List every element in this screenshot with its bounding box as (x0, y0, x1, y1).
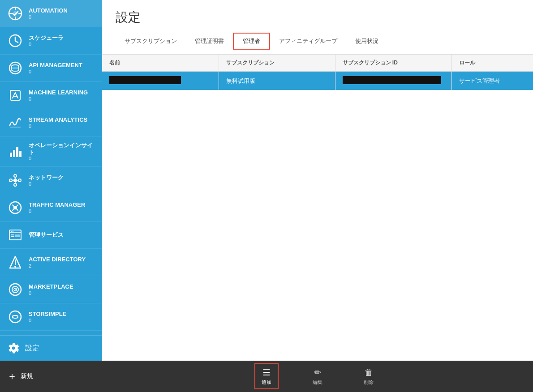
sidebar-item-stream-analytics[interactable]: STREAM ANALYTICS 0 (0, 109, 102, 136)
api-management-icon (7, 60, 23, 76)
svg-rect-21 (15, 234, 20, 237)
sidebar-item-marketplace-label: MARKETPLACE (29, 283, 73, 290)
tab-bar: サブスクリプション 管理証明書 管理者 アフィニティグループ 使用状況 (116, 33, 520, 50)
svg-point-24 (14, 266, 16, 268)
svg-point-12 (14, 175, 17, 177)
tab-subscription[interactable]: サブスクリプション (116, 33, 186, 50)
sidebar-item-operations-insight-count: 0 (29, 156, 95, 161)
new-button[interactable]: ＋ 新規 (7, 370, 33, 383)
sidebar-item-automation-count: 0 (29, 14, 68, 20)
machine-learning-icon (7, 87, 23, 103)
sidebar-item-automation-label: AUTOMATION (29, 7, 68, 14)
storsimple-icon (7, 309, 23, 325)
footer-sidebar: ＋ 新規 (0, 361, 102, 392)
admin-table: 名前 サブスクリプション サブスクリプション ID ロール 無料試用版 サービス… (102, 55, 533, 90)
add-button[interactable]: ☰ 追加 (254, 363, 279, 389)
svg-point-28 (9, 311, 21, 323)
delete-icon: 🗑 (364, 367, 373, 378)
footer-toolbar: ☰ 追加 ✏ 編集 🗑 削除 (102, 361, 533, 392)
sidebar-item-api-management-count: 0 (29, 69, 82, 74)
col-header-subscription: サブスクリプション (219, 55, 335, 72)
add-icon: ☰ (262, 367, 271, 378)
tab-affinity[interactable]: アフィニティグループ (270, 33, 346, 50)
col-header-role: ロール (451, 55, 533, 72)
sidebar-item-traffic-manager[interactable]: TRAFFIC MANAGER 0 (0, 194, 102, 222)
scheduler-icon (7, 33, 23, 49)
sidebar-item-marketplace[interactable]: MARKETPLACE 0 (0, 276, 102, 303)
sidebar-item-management-services-label: 管理サービス (29, 231, 64, 239)
sidebar-settings[interactable]: 設定 (0, 336, 102, 361)
delete-label: 削除 (364, 379, 374, 386)
sidebar-item-machine-learning-count: 0 (29, 96, 88, 102)
active-directory-icon (7, 254, 23, 270)
delete-button[interactable]: 🗑 削除 (357, 364, 381, 389)
svg-rect-18 (13, 231, 13, 232)
sidebar-item-storsimple-label: STORSIMPLE (29, 311, 66, 318)
cell-name (102, 72, 219, 90)
svg-point-15 (13, 206, 17, 209)
svg-rect-17 (11, 231, 12, 232)
svg-rect-7 (16, 147, 18, 157)
sidebar-item-active-directory-count: 2 (29, 263, 86, 268)
table-row[interactable]: 無料試用版 サービス管理者 (102, 72, 533, 90)
tab-cert[interactable]: 管理証明書 (186, 33, 233, 50)
svg-rect-20 (11, 236, 14, 237)
network-icon (7, 172, 23, 188)
sidebar-item-scheduler-label: スケジューラ (29, 34, 64, 42)
sidebar-item-scheduler-count: 0 (29, 42, 64, 47)
edit-label: 編集 (313, 379, 322, 386)
tab-admin[interactable]: 管理者 (233, 33, 270, 50)
col-header-subscription-id: サブスクリプション ID (335, 55, 451, 72)
new-button-label: 新規 (21, 372, 33, 380)
footer: ＋ 新規 ☰ 追加 ✏ 編集 🗑 削除 (0, 361, 533, 392)
cell-subscription: 無料試用版 (219, 72, 335, 90)
cell-subscription-id (335, 72, 451, 90)
sidebar-item-network[interactable]: ネットワーク 0 (0, 167, 102, 194)
sidebar-item-automation[interactable]: AUTOMATION 0 (0, 0, 102, 27)
sidebar-item-storsimple[interactable]: STORSIMPLE 0 (0, 303, 102, 331)
sidebar-item-machine-learning-label: MACHINE LEARNING (29, 89, 88, 96)
main-content: 設定 サブスクリプション 管理証明書 管理者 アフィニティグループ 使用状況 名… (102, 0, 533, 361)
marketplace-icon (7, 281, 23, 298)
svg-point-10 (9, 179, 12, 182)
sidebar-item-active-directory-label: ACTIVE DIRECTORY (29, 256, 86, 263)
sidebar-item-traffic-manager-count: 0 (29, 209, 85, 214)
sidebar-item-stream-analytics-label: STREAM ANALYTICS (29, 116, 87, 124)
redacted-name (109, 76, 181, 84)
edit-icon: ✏ (314, 367, 322, 378)
svg-rect-5 (10, 153, 12, 157)
page-title: 設定 (116, 9, 520, 26)
sidebar-item-api-management[interactable]: API MANAGEMENT 0 (0, 55, 102, 82)
sidebar-item-management-services[interactable]: 管理サービス (0, 222, 102, 249)
col-header-name: 名前 (102, 55, 219, 72)
sidebar-item-active-directory[interactable]: ACTIVE DIRECTORY 2 (0, 249, 102, 276)
svg-point-1 (13, 11, 17, 16)
add-label: 追加 (262, 379, 271, 386)
svg-rect-8 (19, 151, 21, 157)
management-services-icon (7, 227, 23, 243)
sidebar-item-operations-insight-label: オペレーションインサイト (29, 142, 95, 156)
table-header-row: 名前 サブスクリプション サブスクリプション ID ロール (102, 55, 533, 72)
table-container: 名前 サブスクリプション サブスクリプション ID ロール 無料試用版 サービス… (102, 55, 533, 361)
svg-rect-19 (11, 234, 14, 235)
sidebar-item-machine-learning[interactable]: MACHINE LEARNING 0 (0, 82, 102, 109)
sidebar-item-storsimple-count: 0 (29, 318, 66, 323)
sidebar-item-operations-insight[interactable]: オペレーションインサイト 0 (0, 136, 102, 167)
redacted-subscription-id (343, 76, 441, 84)
traffic-manager-icon (7, 200, 23, 216)
plus-icon: ＋ (7, 370, 17, 383)
sidebar-item-scheduler[interactable]: スケジューラ 0 (0, 27, 102, 55)
automation-icon (7, 5, 23, 21)
sidebar-item-marketplace-count: 0 (29, 290, 73, 296)
sidebar-item-network-label: ネットワーク (29, 174, 64, 181)
settings-label: 設定 (25, 344, 39, 353)
svg-point-13 (14, 183, 17, 186)
svg-rect-6 (13, 150, 15, 157)
sidebar-item-traffic-manager-label: TRAFFIC MANAGER (29, 201, 85, 209)
tab-usage[interactable]: 使用状況 (346, 33, 387, 50)
edit-button[interactable]: ✏ 編集 (305, 363, 330, 389)
sidebar-item-api-management-label: API MANAGEMENT (29, 62, 82, 69)
cell-role: サービス管理者 (451, 72, 533, 90)
stream-analytics-icon (7, 115, 23, 131)
sidebar-item-stream-analytics-count: 0 (29, 124, 87, 129)
